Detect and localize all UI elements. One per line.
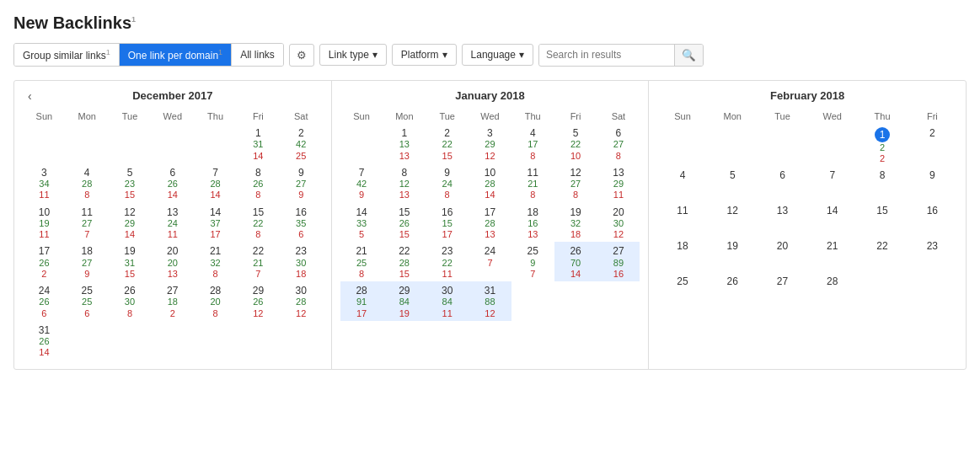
- table-row[interactable]: 312614: [23, 321, 66, 361]
- table-row[interactable]: 72814: [194, 163, 237, 203]
- table-row[interactable]: 152615: [383, 203, 426, 243]
- table-row[interactable]: 8268: [237, 163, 280, 203]
- table-row[interactable]: 19: [708, 237, 758, 272]
- table-row[interactable]: 203012: [597, 203, 640, 243]
- table-row[interactable]: 143717: [194, 203, 237, 243]
- table-row[interactable]: 9279: [280, 163, 323, 203]
- search-button[interactable]: 🔍: [674, 45, 703, 66]
- table-row[interactable]: 4178: [511, 124, 554, 163]
- table-row[interactable]: 24266: [23, 281, 66, 321]
- table-row[interactable]: 4: [657, 166, 707, 201]
- table-row[interactable]: 102814: [469, 163, 511, 203]
- table-row[interactable]: 247: [469, 242, 511, 281]
- table-row[interactable]: [554, 281, 597, 321]
- table-row[interactable]: [280, 321, 323, 361]
- table-row[interactable]: 132911: [597, 163, 640, 203]
- search-input[interactable]: [539, 45, 674, 65]
- link-type-dropdown[interactable]: Link type ▾: [319, 44, 387, 66]
- one-link-btn[interactable]: One link per domain1: [120, 44, 232, 66]
- table-row[interactable]: 5: [708, 166, 758, 201]
- table-row[interactable]: [151, 124, 194, 163]
- table-row[interactable]: 202013: [151, 242, 194, 281]
- table-row[interactable]: [194, 124, 237, 163]
- table-row[interactable]: 12278: [554, 163, 597, 203]
- table-row[interactable]: 9: [908, 166, 957, 201]
- table-row[interactable]: [708, 124, 758, 166]
- table-row[interactable]: 181613: [511, 203, 554, 243]
- table-row[interactable]: 22: [857, 237, 907, 272]
- table-row[interactable]: 11313: [383, 124, 426, 163]
- table-row[interactable]: 4288: [66, 163, 109, 203]
- table-row[interactable]: 52210: [554, 124, 597, 163]
- table-row[interactable]: 122: [857, 124, 907, 166]
- table-row[interactable]: 81213: [383, 163, 426, 203]
- table-row[interactable]: 21: [807, 237, 857, 272]
- table-row[interactable]: 23: [908, 237, 957, 272]
- table-row[interactable]: [109, 124, 152, 163]
- table-row[interactable]: 101911: [23, 203, 66, 243]
- platform-dropdown[interactable]: Platform ▾: [392, 44, 457, 66]
- table-row[interactable]: 16: [908, 201, 957, 237]
- table-row[interactable]: 2: [908, 124, 957, 166]
- table-row[interactable]: 18: [657, 237, 707, 272]
- group-similar-btn[interactable]: Group similar links1: [14, 44, 120, 66]
- table-row[interactable]: 8: [857, 166, 907, 201]
- table-row[interactable]: 16356: [280, 203, 323, 243]
- table-row[interactable]: 17262: [23, 242, 66, 281]
- table-row[interactable]: 132411: [151, 203, 194, 243]
- table-row[interactable]: [758, 124, 807, 166]
- language-dropdown[interactable]: Language ▾: [462, 44, 533, 66]
- table-row[interactable]: 21258: [340, 242, 383, 281]
- table-row[interactable]: 267014: [554, 242, 597, 281]
- table-row[interactable]: 298419: [383, 281, 426, 321]
- table-row[interactable]: [23, 124, 66, 163]
- table-row[interactable]: 7429: [340, 163, 383, 203]
- table-row[interactable]: 302812: [280, 281, 323, 321]
- table-row[interactable]: 20: [758, 237, 807, 272]
- table-row[interactable]: 25: [657, 272, 707, 307]
- table-row[interactable]: [657, 124, 707, 166]
- table-row[interactable]: 27: [758, 272, 807, 307]
- table-row[interactable]: 32912: [469, 124, 511, 163]
- table-row[interactable]: [807, 124, 857, 166]
- table-row[interactable]: 292612: [237, 281, 280, 321]
- all-links-btn[interactable]: All links: [232, 44, 283, 66]
- prev-month-btn[interactable]: ‹: [23, 88, 37, 104]
- table-row[interactable]: 22217: [237, 242, 280, 281]
- table-row[interactable]: 14: [807, 201, 857, 237]
- table-row[interactable]: 14335: [340, 203, 383, 243]
- table-row[interactable]: 7: [807, 166, 857, 201]
- table-row[interactable]: [66, 124, 109, 163]
- table-row[interactable]: [237, 321, 280, 361]
- table-row[interactable]: [340, 124, 383, 163]
- table-row[interactable]: 22215: [426, 124, 469, 163]
- table-row[interactable]: 11277: [66, 203, 109, 243]
- table-row[interactable]: 13114: [237, 124, 280, 163]
- table-row[interactable]: 308411: [426, 281, 469, 321]
- table-row[interactable]: [511, 281, 554, 321]
- table-row[interactable]: 25256: [66, 281, 109, 321]
- settings-btn[interactable]: ⚙: [289, 44, 314, 67]
- table-row[interactable]: 11: [657, 201, 707, 237]
- table-row[interactable]: [194, 321, 237, 361]
- table-row[interactable]: [908, 272, 957, 307]
- table-row[interactable]: 278916: [597, 242, 640, 281]
- table-row[interactable]: [597, 281, 640, 321]
- table-row[interactable]: 222815: [383, 242, 426, 281]
- table-row[interactable]: 28: [807, 272, 857, 307]
- table-row[interactable]: 161517: [426, 203, 469, 243]
- table-row[interactable]: 6278: [597, 124, 640, 163]
- table-row[interactable]: 28208: [194, 281, 237, 321]
- table-row[interactable]: 2597: [511, 242, 554, 281]
- table-row[interactable]: 15: [857, 201, 907, 237]
- table-row[interactable]: [66, 321, 109, 361]
- table-row[interactable]: 18279: [66, 242, 109, 281]
- table-row[interactable]: [857, 272, 907, 307]
- table-row[interactable]: 6: [758, 166, 807, 201]
- table-row[interactable]: 318812: [469, 281, 511, 321]
- table-row[interactable]: 289117: [340, 281, 383, 321]
- table-row[interactable]: 52315: [109, 163, 152, 203]
- table-row[interactable]: 9248: [426, 163, 469, 203]
- table-row[interactable]: 122914: [109, 203, 152, 243]
- table-row[interactable]: 62614: [151, 163, 194, 203]
